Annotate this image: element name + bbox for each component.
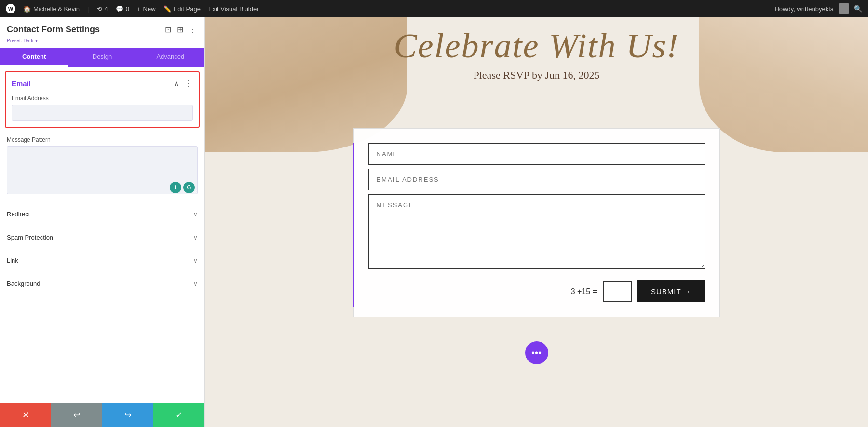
sidebar: Contact Form Settings ⊡ ⊞ ⋮ Preset: Dark… bbox=[0, 17, 205, 427]
cancel-button[interactable]: ✕ bbox=[0, 403, 51, 427]
collapse-icon[interactable]: ∧ bbox=[173, 78, 180, 89]
bottom-toolbar: ✕ ↩ ↪ ✓ bbox=[0, 403, 204, 427]
cancel-icon: ✕ bbox=[22, 410, 29, 420]
edit-icon: ✏️ bbox=[163, 5, 171, 13]
sidebar-tabs: Content Design Advanced bbox=[0, 48, 204, 67]
accordion-background-chevron: ∨ bbox=[193, 280, 198, 287]
sidebar-header: Contact Form Settings ⊡ ⊞ ⋮ Preset: Dark… bbox=[0, 17, 204, 48]
email-more-icon[interactable]: ⋮ bbox=[183, 78, 193, 89]
accordion-redirect: Redirect ∨ bbox=[0, 203, 204, 226]
preset-selector[interactable]: Preset: Dark ▾ bbox=[7, 37, 198, 44]
edit-page-button[interactable]: ✏️ Edit Page bbox=[163, 5, 201, 13]
tab-content[interactable]: Content bbox=[0, 48, 68, 67]
comments-icon: 💬 bbox=[116, 5, 123, 13]
email-address-label: Email Address bbox=[12, 95, 193, 102]
preset-chevron-icon: ▾ bbox=[35, 38, 38, 43]
floating-dots-icon: ••• bbox=[531, 347, 542, 359]
tab-advanced[interactable]: Advanced bbox=[136, 48, 204, 67]
message-pattern-textarea[interactable] bbox=[7, 146, 198, 194]
revisions-icon: ⟲ bbox=[97, 5, 102, 13]
captcha-text: 3 +15 = bbox=[571, 287, 597, 296]
contact-form: 3 +15 = SUBMIT → bbox=[353, 128, 720, 317]
textarea-icons: ⬇ G bbox=[170, 182, 195, 193]
message-pattern-label: Message Pattern bbox=[7, 133, 198, 143]
tab-design[interactable]: Design bbox=[68, 48, 136, 67]
email-section-icons: ∧ ⋮ bbox=[173, 78, 193, 89]
floating-action-button[interactable]: ••• bbox=[525, 341, 548, 364]
revisions-link[interactable]: ⟲ 4 bbox=[97, 5, 108, 13]
plus-icon: + bbox=[137, 5, 141, 13]
accordion-spam-title: Spam Protection bbox=[7, 234, 53, 241]
resize-icon[interactable]: ⊡ bbox=[164, 24, 172, 35]
top-bar: W 🏠 Michelle & Kevin | ⟲ 4 💬 0 + New ✏️ … bbox=[0, 0, 868, 17]
form-accent-bar bbox=[353, 143, 354, 307]
topbar-right: Howdy, writtenbyekta 🔍 bbox=[774, 3, 862, 14]
redo-icon: ↪ bbox=[124, 410, 132, 420]
page-heading: Celebrate With Us! bbox=[205, 21, 868, 66]
undo-icon: ↩ bbox=[73, 410, 81, 420]
content-area: Celebrate With Us! Please RSVP by Jun 16… bbox=[205, 17, 868, 427]
ai-suggest-icon[interactable]: ⬇ bbox=[170, 182, 181, 193]
grammarly-icon[interactable]: G bbox=[183, 182, 195, 193]
site-icon: 🏠 bbox=[23, 5, 31, 13]
accordion-redirect-chevron: ∨ bbox=[193, 211, 198, 218]
form-name-field[interactable] bbox=[368, 143, 705, 165]
accordion-link-header[interactable]: Link ∨ bbox=[7, 249, 198, 272]
columns-icon[interactable]: ⊞ bbox=[176, 24, 184, 35]
accordion-redirect-title: Redirect bbox=[7, 211, 30, 218]
wordpress-icon: W bbox=[6, 4, 15, 13]
search-icon[interactable]: 🔍 bbox=[854, 5, 862, 13]
save-icon: ✓ bbox=[176, 410, 183, 420]
form-footer: 3 +15 = SUBMIT → bbox=[368, 280, 705, 302]
accordion-link-title: Link bbox=[7, 257, 18, 264]
exit-builder-button[interactable]: Exit Visual Builder bbox=[208, 5, 259, 13]
form-message-field[interactable] bbox=[368, 194, 705, 269]
accordion-link-chevron: ∨ bbox=[193, 257, 198, 264]
main-area: Contact Form Settings ⊡ ⊞ ⋮ Preset: Dark… bbox=[0, 17, 868, 427]
accordion-spam-header[interactable]: Spam Protection ∨ bbox=[7, 226, 198, 249]
sidebar-content: Email ∧ ⋮ Email Address Message Pattern … bbox=[0, 67, 204, 403]
sidebar-title-row: Contact Form Settings ⊡ ⊞ ⋮ bbox=[7, 24, 198, 35]
new-button[interactable]: + New bbox=[137, 5, 156, 13]
accordion-background-header[interactable]: Background ∨ bbox=[7, 272, 198, 295]
accordion-redirect-header[interactable]: Redirect ∨ bbox=[7, 203, 198, 226]
wedding-heading-area: Celebrate With Us! Please RSVP by Jun 16… bbox=[205, 17, 868, 81]
more-options-icon[interactable]: ⋮ bbox=[188, 24, 198, 35]
accordion-link: Link ∨ bbox=[0, 249, 204, 272]
page-subheading: Please RSVP by Jun 16, 2025 bbox=[205, 69, 868, 81]
email-address-input[interactable] bbox=[12, 105, 193, 121]
undo-button[interactable]: ↩ bbox=[51, 403, 102, 427]
accordion-background-title: Background bbox=[7, 280, 40, 287]
accordion-spam: Spam Protection ∨ bbox=[0, 226, 204, 249]
textarea-wrapper: ⬇ G bbox=[7, 146, 198, 196]
accordion-spam-chevron: ∨ bbox=[193, 234, 198, 241]
redo-button[interactable]: ↪ bbox=[102, 403, 153, 427]
email-section-title: Email bbox=[12, 80, 31, 88]
message-pattern-section: Message Pattern ⬇ G bbox=[0, 133, 204, 203]
email-section: Email ∧ ⋮ Email Address bbox=[5, 71, 200, 128]
accordion-background: Background ∨ bbox=[0, 272, 204, 295]
comments-link[interactable]: 💬 0 bbox=[116, 5, 129, 13]
sidebar-title-icons: ⊡ ⊞ ⋮ bbox=[164, 24, 198, 35]
submit-button[interactable]: SUBMIT → bbox=[637, 280, 705, 302]
save-button[interactable]: ✓ bbox=[153, 403, 204, 427]
captcha-input-box[interactable] bbox=[603, 281, 632, 302]
user-avatar[interactable] bbox=[839, 3, 849, 14]
form-email-field[interactable] bbox=[368, 169, 705, 190]
sidebar-title: Contact Form Settings bbox=[7, 25, 100, 35]
wp-logo[interactable]: W bbox=[6, 4, 15, 13]
email-section-header: Email ∧ ⋮ bbox=[12, 78, 193, 89]
site-name[interactable]: 🏠 Michelle & Kevin bbox=[23, 5, 80, 13]
